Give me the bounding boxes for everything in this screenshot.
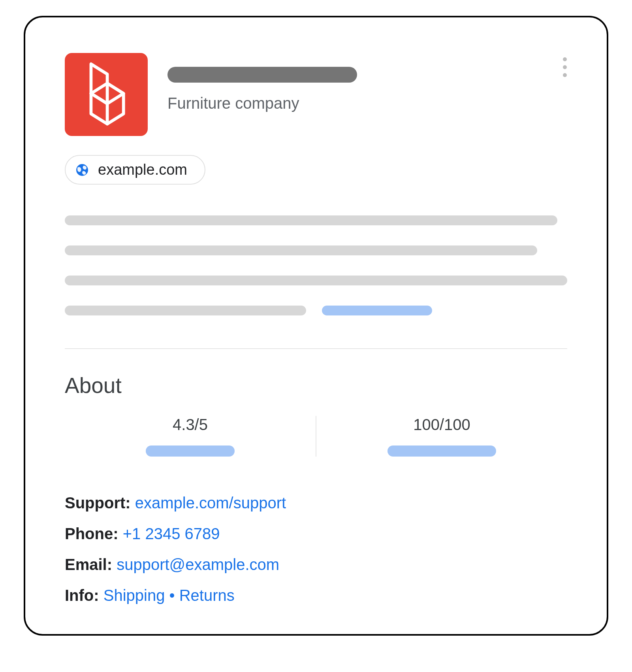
- support-link[interactable]: example.com/support: [135, 494, 286, 512]
- metric-score-value: 100/100: [413, 416, 470, 434]
- chair-icon: [81, 59, 132, 130]
- support-label: Support:: [65, 494, 131, 512]
- contact-info-block: Support: example.com/support Phone: +1 2…: [65, 494, 567, 604]
- info-separator: •: [169, 587, 179, 604]
- company-logo: [65, 53, 148, 136]
- email-link[interactable]: support@example.com: [117, 556, 279, 573]
- email-line: Email: support@example.com: [65, 556, 567, 574]
- section-divider: [65, 348, 567, 349]
- header-row: Furniture company: [65, 53, 567, 136]
- info-more-line: Info: Shipping • Returns: [65, 587, 567, 604]
- website-chip[interactable]: example.com: [65, 155, 205, 185]
- phone-link[interactable]: +1 2345 6789: [123, 525, 220, 542]
- phone-label: Phone:: [65, 525, 118, 542]
- metric-label-placeholder: [387, 445, 496, 457]
- globe-icon: [75, 163, 89, 177]
- link-placeholder[interactable]: [322, 306, 433, 315]
- text-placeholder-line: [65, 306, 306, 315]
- email-label: Email:: [65, 556, 112, 573]
- company-name-placeholder: [167, 67, 357, 83]
- text-placeholder-line: [65, 215, 557, 225]
- company-category: Furniture company: [167, 94, 567, 112]
- website-chip-label: example.com: [98, 161, 187, 178]
- info-more-label: Info:: [65, 587, 99, 604]
- metric-rating-value: 4.3/5: [173, 416, 208, 434]
- description-placeholder-block: [65, 215, 567, 315]
- about-heading: About: [65, 373, 567, 398]
- header-text-column: Furniture company: [167, 53, 567, 112]
- support-line: Support: example.com/support: [65, 494, 567, 512]
- shipping-link[interactable]: Shipping: [103, 587, 165, 604]
- text-placeholder-line: [65, 276, 567, 285]
- knowledge-panel-card: Furniture company example.com About 4.3/…: [24, 16, 608, 636]
- phone-line: Phone: +1 2345 6789: [65, 525, 567, 543]
- metric-score: 100/100: [316, 416, 567, 457]
- metric-label-placeholder: [146, 445, 235, 457]
- returns-link[interactable]: Returns: [179, 587, 235, 604]
- metrics-row: 4.3/5 100/100: [65, 416, 567, 457]
- metric-rating: 4.3/5: [65, 416, 316, 457]
- text-placeholder-line: [65, 245, 537, 255]
